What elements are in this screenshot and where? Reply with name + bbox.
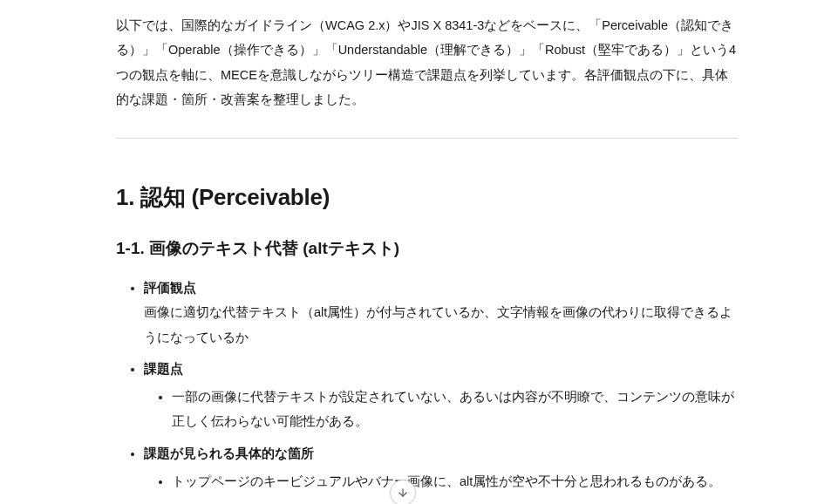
evaluation-label: 評価観点 <box>144 281 196 295</box>
arrow-down-icon <box>397 487 409 499</box>
document-content: 以下では、国際的なガイドライン（WCAG 2.x）やJIS X 8341-3など… <box>116 0 738 494</box>
issue-label: 課題点 <box>144 362 183 376</box>
issue-sublist: 一部の画像に代替テキストが設定されていない、あるいは内容が不明瞭で、コンテンツの… <box>144 385 738 434</box>
subsection-1-1-heading: 1-1. 画像のテキスト代替 (altテキスト) <box>116 237 738 260</box>
list-item: 課題点 一部の画像に代替テキストが設定されていない、あるいは内容が不明瞭で、コン… <box>144 357 738 434</box>
section-divider <box>116 138 738 139</box>
list-item: トップページのキービジュアルやバナー画像に、alt属性が空や不十分と思われるもの… <box>172 469 738 494</box>
list-item: 課題が見られる具体的な箇所 トップページのキービジュアルやバナー画像に、alt属… <box>144 441 738 494</box>
scroll-down-button[interactable] <box>390 480 416 504</box>
location-label: 課題が見られる具体的な箇所 <box>144 446 314 460</box>
section-1-heading: 1. 認知 (Perceivable) <box>116 182 738 213</box>
list-item: 一部の画像に代替テキストが設定されていない、あるいは内容が不明瞭で、コンテンツの… <box>172 385 738 434</box>
intro-paragraph: 以下では、国際的なガイドライン（WCAG 2.x）やJIS X 8341-3など… <box>116 13 738 112</box>
location-sublist: トップページのキービジュアルやバナー画像に、alt属性が空や不十分と思われるもの… <box>144 469 738 494</box>
list-item: 評価観点 画像に適切な代替テキスト（alt属性）が付与されているか、文字情報を画… <box>144 276 738 350</box>
evaluation-text: 画像に適切な代替テキスト（alt属性）が付与されているか、文字情報を画像の代わり… <box>144 305 732 344</box>
criteria-list: 評価観点 画像に適切な代替テキスト（alt属性）が付与されているか、文字情報を画… <box>116 276 738 494</box>
